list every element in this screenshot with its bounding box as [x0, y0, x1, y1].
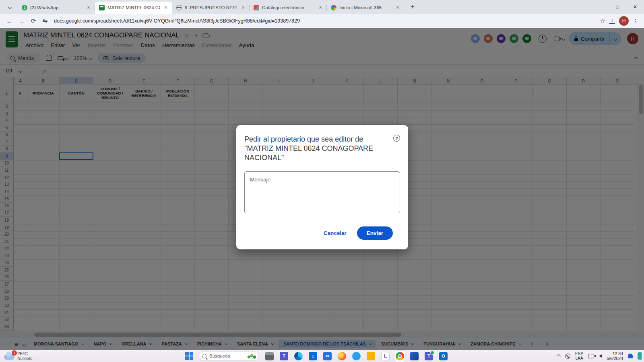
- taskbar-search[interactable]: Búsqueda: [198, 351, 259, 361]
- show-desktop-corner[interactable]: [638, 352, 642, 360]
- help-icon[interactable]: ?: [393, 135, 400, 142]
- folder-taskbar-button[interactable]: [365, 351, 376, 362]
- windows-start-button[interactable]: [185, 352, 193, 360]
- teams-taskbar-button[interactable]: T: [279, 351, 289, 362]
- site-info-icon[interactable]: [40, 17, 50, 25]
- downloads-icon[interactable]: ↓: [609, 18, 615, 24]
- catalogo-icon: [254, 5, 259, 10]
- tab-close-icon[interactable]: ×: [85, 4, 92, 11]
- outlook-icon: O: [439, 352, 448, 360]
- browser-tab[interactable]: Catálogo electrónico×: [250, 2, 327, 14]
- file-explorer-taskbar-button[interactable]: [264, 351, 275, 362]
- firefox-icon: [338, 352, 346, 360]
- taskbar-search-placeholder: Búsqueda: [209, 354, 230, 358]
- edge-taskbar-button[interactable]: [293, 351, 304, 362]
- store-taskbar-button[interactable]: ⌂: [308, 351, 318, 362]
- language-indicator[interactable]: ESP LAA: [575, 352, 583, 360]
- messaging-taskbar-button[interactable]: [351, 351, 362, 362]
- messaging-icon: [352, 352, 361, 360]
- display-icon[interactable]: [588, 354, 594, 358]
- bookmark-star-icon[interactable]: ☆: [600, 17, 605, 25]
- cloud-weather-icon: 1: [4, 354, 14, 360]
- update-check-badge: [430, 351, 434, 355]
- browser-tab[interactable]: 9. PRESUPUESTO REFERENCIAL×: [172, 2, 250, 14]
- microsoft-365-icon: [331, 5, 336, 10]
- edge-icon: [294, 352, 303, 360]
- blue-app-icon: [410, 352, 419, 360]
- tray-date: 5/6/2024: [607, 356, 623, 361]
- weather-widget[interactable]: 1 25°C Nublado: [0, 351, 68, 361]
- cancel-button[interactable]: Cancelar: [324, 230, 347, 236]
- weather-condition: Nublado: [17, 356, 32, 361]
- notifications-bell-icon[interactable]: [628, 354, 633, 358]
- mail-taskbar-button[interactable]: ✉: [322, 351, 333, 362]
- tab-close-icon[interactable]: ×: [163, 4, 169, 11]
- browser-profile-avatar[interactable]: H: [619, 16, 629, 26]
- url-text[interactable]: docs.google.com/spreadsheets/d/11xulvq6V…: [54, 18, 599, 24]
- weather-temperature: 25°C: [17, 351, 32, 356]
- l-app-icon: L: [381, 352, 390, 360]
- reload-icon[interactable]: ⟳: [28, 16, 39, 26]
- mail-icon: ✉: [323, 352, 332, 360]
- blue-app-taskbar-button[interactable]: [409, 351, 420, 362]
- tab-title: (2) WhatsApp: [30, 5, 83, 10]
- tab-title: 9. PRESUPUESTO REFERENCIAL: [185, 5, 237, 10]
- browser-tab-strip: 2(2) WhatsApp×MATRIZ MINTEL 0624 CONAGO×…: [0, 0, 644, 14]
- browser-tab[interactable]: Inicio | Microsoft 365×: [327, 2, 404, 14]
- firefox-taskbar-button[interactable]: [336, 351, 347, 362]
- network-disabled-icon[interactable]: [565, 354, 570, 359]
- tab-close-icon[interactable]: ×: [240, 4, 246, 11]
- dialog-title: Pedir al propietario que sea editor de "…: [244, 135, 377, 162]
- window-controls: ─ □ ✕: [591, 0, 644, 14]
- teams-updates-icon: T: [425, 352, 433, 360]
- send-button[interactable]: Enviar: [357, 226, 393, 240]
- sheets-icon: [99, 5, 105, 10]
- outlook-taskbar-button[interactable]: O: [438, 351, 449, 362]
- whatsapp-badge-icon: 2: [22, 5, 27, 10]
- close-button[interactable]: ✕: [626, 0, 644, 14]
- tab-search-caret-icon[interactable]: [4, 2, 15, 12]
- message-input[interactable]: [244, 171, 400, 213]
- tab-close-icon[interactable]: ×: [317, 4, 324, 11]
- search-decoration: [246, 353, 257, 360]
- chrome-icon: [396, 352, 404, 360]
- back-icon[interactable]: ←: [4, 16, 14, 26]
- teams-updates-taskbar-button[interactable]: T: [423, 351, 434, 362]
- tray-chevron-up-icon[interactable]: [557, 354, 561, 358]
- clock-widget[interactable]: 12:34 5/6/2024: [607, 351, 623, 361]
- store-icon: ⌂: [309, 352, 317, 360]
- l-app-taskbar-button[interactable]: L: [380, 351, 391, 362]
- request-edit-access-dialog: Pedir al propietario que sea editor de "…: [236, 125, 408, 249]
- globe-icon: [176, 5, 182, 10]
- tab-title: Inicio | Microsoft 365: [339, 5, 392, 10]
- browser-tab[interactable]: MATRIZ MINTEL 0624 CONAGO×: [95, 2, 172, 14]
- minimize-button[interactable]: ─: [591, 0, 609, 14]
- browser-menu-icon[interactable]: ⋮: [633, 18, 638, 24]
- search-icon: [202, 354, 206, 358]
- file-explorer-icon: [265, 352, 274, 360]
- system-tray: ESP LAA 12:34 5/6/2024: [557, 350, 642, 362]
- tab-close-icon[interactable]: ×: [394, 4, 401, 11]
- weather-alert-badge: 1: [12, 350, 17, 356]
- chevron-down-icon: [8, 5, 12, 9]
- maximize-button[interactable]: □: [609, 0, 626, 14]
- chrome-taskbar-button[interactable]: [394, 351, 405, 362]
- teams-icon: T: [280, 352, 288, 360]
- new-tab-button[interactable]: +: [407, 2, 418, 12]
- tab-title: MATRIZ MINTEL 0624 CONAGO: [107, 5, 160, 10]
- browser-tab[interactable]: 2(2) WhatsApp×: [18, 2, 95, 14]
- windows-taskbar: 1 25°C Nublado Búsqueda T⌂✉LTO ESP LAA 1…: [0, 350, 644, 362]
- browser-address-bar: ← → ⟳ docs.google.com/spreadsheets/d/11x…: [0, 14, 644, 28]
- forward-icon[interactable]: →: [16, 16, 27, 26]
- speaker-icon[interactable]: [599, 354, 602, 358]
- tab-title: Catálogo electrónico: [262, 5, 314, 10]
- folder-icon: [367, 352, 375, 360]
- tray-time: 12:34: [607, 351, 623, 356]
